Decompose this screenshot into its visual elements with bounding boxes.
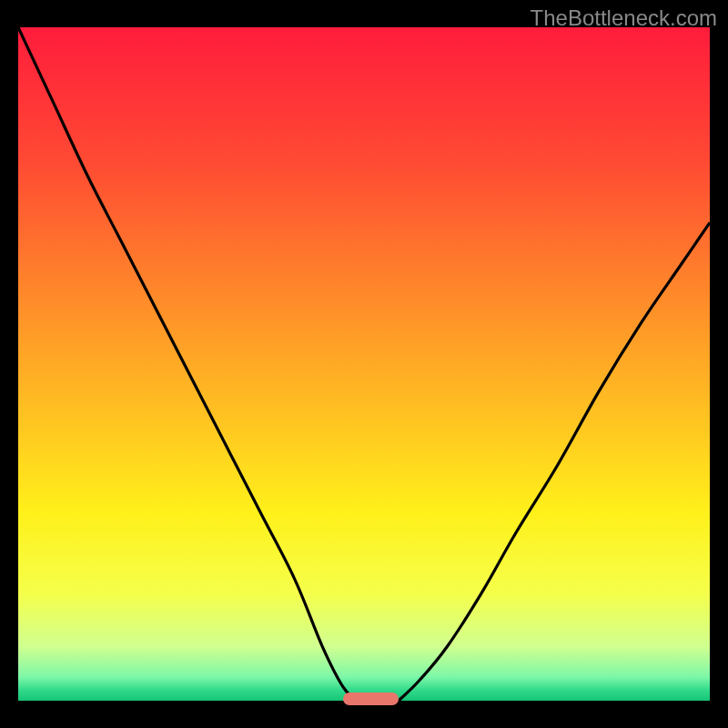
curve-lines — [18, 27, 710, 701]
minimum-marker — [343, 693, 399, 705]
left-curve-path — [18, 27, 357, 701]
watermark-text: TheBottleneck.com — [531, 5, 717, 31]
right-curve-path — [399, 223, 710, 701]
chart-container: TheBottleneck.com — [0, 0, 728, 728]
plot-area — [18, 27, 710, 701]
